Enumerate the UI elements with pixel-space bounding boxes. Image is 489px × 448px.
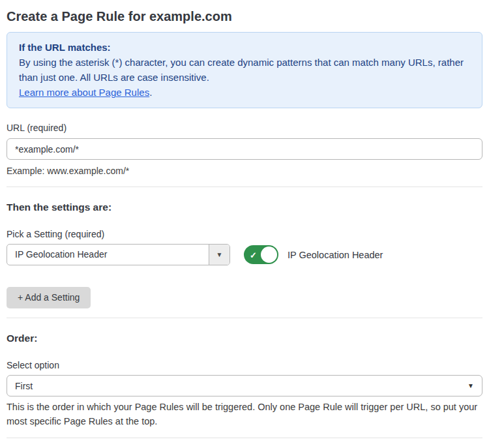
toggle-knob: [261, 246, 277, 263]
link-suffix: .: [149, 87, 152, 98]
info-box-body: By using the asterisk (*) character, you…: [19, 55, 470, 85]
info-box-heading: If the URL matches:: [19, 40, 470, 55]
order-section-heading: Order:: [7, 331, 482, 346]
chevron-down-icon: ▼: [467, 382, 474, 389]
order-select-label: Select option: [7, 359, 482, 372]
chevron-down-icon: ▼: [216, 251, 223, 258]
toggle-label: IP Geolocation Header: [288, 250, 383, 260]
setting-picker-label: Pick a Setting (required): [7, 228, 482, 241]
setting-picker-value: IP Geolocation Header: [7, 245, 209, 265]
divider: [7, 318, 482, 318]
learn-more-link[interactable]: Learn more about Page Rules: [19, 87, 149, 98]
divider: [7, 438, 482, 438]
page-rule-form: Create a Page Rule for example.com If th…: [0, 8, 489, 448]
url-input[interactable]: [7, 138, 482, 160]
check-icon: ✓: [250, 250, 257, 259]
info-box-link-line: Learn more about Page Rules.: [19, 85, 470, 100]
setting-picker-dropdown[interactable]: IP Geolocation Header ▼: [7, 244, 230, 265]
order-select[interactable]: First ▼: [7, 375, 482, 396]
setting-picker-arrow-button[interactable]: ▼: [209, 245, 230, 265]
url-field-label: URL (required): [7, 121, 482, 134]
page-title: Create a Page Rule for example.com: [7, 8, 482, 25]
url-match-info-box: If the URL matches: By using the asteris…: [7, 32, 482, 108]
setting-row: IP Geolocation Header ▼ ✓ IP Geolocation…: [7, 244, 482, 265]
url-example-text: Example: www.example.com/*: [7, 164, 482, 177]
ip-geolocation-toggle[interactable]: ✓: [244, 245, 278, 264]
divider: [7, 187, 482, 187]
add-setting-button[interactable]: + Add a Setting: [7, 287, 91, 308]
settings-section-heading: Then the settings are:: [7, 200, 482, 215]
order-select-value: First: [15, 381, 33, 391]
order-helper-text: This is the order in which your Page Rul…: [7, 400, 482, 428]
